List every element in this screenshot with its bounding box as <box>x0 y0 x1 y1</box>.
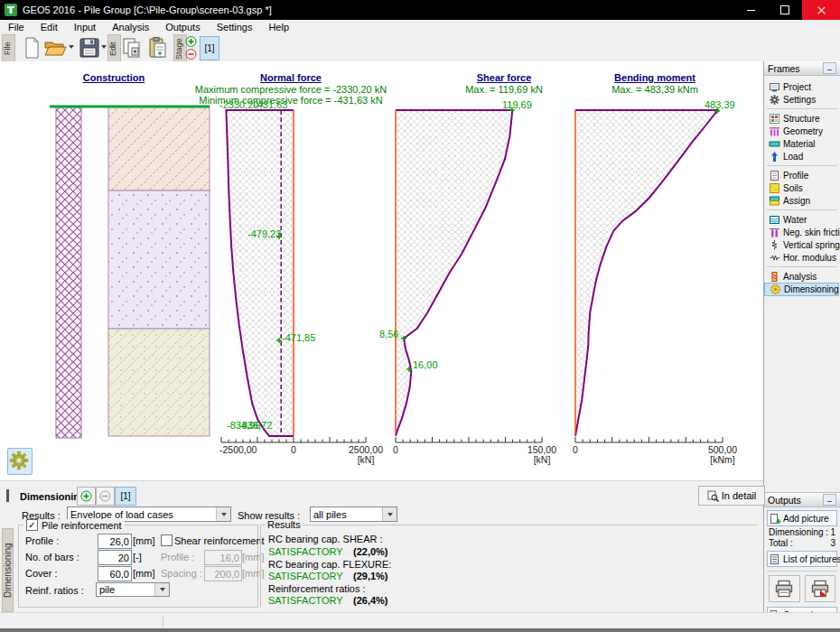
frames-panel-title: Frames <box>768 63 800 74</box>
open-file-icon[interactable] <box>43 36 67 60</box>
result-row-label: Reinforcement ratios : <box>268 583 366 594</box>
project-icon <box>769 81 780 93</box>
sidebar-item-assign[interactable]: Assign <box>764 194 840 207</box>
combo-arrow-icon[interactable] <box>216 507 230 521</box>
add-picture-button[interactable]: Add picture <box>767 510 837 526</box>
sidebar-item-label: Dimensioning <box>784 284 839 294</box>
result-status: SATISFACTORY <box>268 546 343 557</box>
result-row-label: RC bearing cap. FLEXURE: <box>268 559 391 570</box>
sidebar-item-label: Geometry <box>783 126 823 136</box>
neg-skin-friction-icon <box>769 227 780 238</box>
sidebar-item-profile[interactable]: Profile <box>764 169 840 181</box>
menu-input[interactable]: Input <box>66 21 104 33</box>
material-icon <box>769 138 780 150</box>
sidebar-item-hor-modulus[interactable]: Hor. modulus <box>764 251 840 264</box>
sidebar-item-load[interactable]: Load <box>764 150 840 163</box>
frames-separator <box>767 266 837 267</box>
panel-grip[interactable] <box>6 489 9 502</box>
bars-input[interactable] <box>98 550 132 565</box>
sidebar-item-vertical-springs[interactable]: Vertical springs <box>764 238 840 251</box>
pile-reinforcement-checkbox[interactable]: ✓ <box>26 519 38 531</box>
result-percent: (29,1%) <box>353 571 388 581</box>
dimensioning-number-button[interactable]: [1] <box>115 487 136 506</box>
structure-icon <box>769 113 780 125</box>
outputs-panel-title: Outputs <box>768 495 801 506</box>
hor-modulus-icon <box>769 252 780 264</box>
file-tab[interactable]: File <box>2 34 15 63</box>
remove-dimensioning-button[interactable] <box>96 487 115 506</box>
sidebar-item-water[interactable]: Water <box>764 213 840 226</box>
maximize-button[interactable] <box>768 0 802 20</box>
menu-settings[interactable]: Settings <box>209 21 261 33</box>
frames-minimize-button[interactable]: – <box>823 62 836 74</box>
sidebar-item-project[interactable]: Project <box>764 80 840 93</box>
combo-arrow-icon[interactable] <box>382 507 397 521</box>
application-window: GEO5 2016 - Pile Group [C:\Pile-Group\sc… <box>0 0 840 632</box>
print-button[interactable] <box>769 575 800 602</box>
show-results-combo[interactable]: all piles <box>310 507 397 522</box>
menu-analysis[interactable]: Analysis <box>104 21 157 33</box>
sidebar-item-label: Analysis <box>783 272 817 282</box>
copy-picture-icon[interactable] <box>121 36 145 60</box>
stage-remove-icon[interactable] <box>184 48 198 60</box>
sidebar-item-dimensioning[interactable]: Dimensioning <box>764 283 839 296</box>
sidebar-item-geometry[interactable]: Geometry <box>764 125 840 137</box>
window-title: GEO5 2016 - Pile Group [C:\Pile-Group\sc… <box>23 5 733 15</box>
shear-reinforcement-label: Shear reinforcement <box>174 535 265 546</box>
printer-icon <box>774 579 794 599</box>
sidebar-item-soils[interactable]: Soils <box>764 181 840 194</box>
frame-settings-button[interactable] <box>7 448 33 475</box>
menu-file[interactable]: File <box>0 21 33 33</box>
frames-panel-header: Frames – <box>764 61 840 76</box>
frames-separator <box>767 165 837 166</box>
dimensioning-tab[interactable]: Dimensioning <box>2 528 14 612</box>
shear-reinforcement-checkbox[interactable] <box>161 534 173 546</box>
save-dropdown-caret[interactable] <box>101 45 107 49</box>
list-of-pictures-button[interactable]: List of pictures <box>767 551 837 567</box>
stage-add-icon[interactable] <box>184 35 198 48</box>
combo-arrow-icon[interactable] <box>154 583 169 596</box>
chart-shear-force <box>396 107 542 442</box>
shear-profile-input <box>204 550 242 565</box>
in-detail-button[interactable]: In detail <box>698 486 765 506</box>
minimize-button[interactable] <box>733 0 768 20</box>
shear-force-fill <box>396 110 512 436</box>
sidebar-item-label: Assign <box>783 196 810 206</box>
frames-panel: Frames – ProjectSettingsStructureGeometr… <box>764 61 840 492</box>
sidebar-item-analysis[interactable]: Analysis <box>764 270 840 283</box>
result-row-label: RC bearing cap. SHEAR : <box>268 534 383 544</box>
sidebar-item-material[interactable]: Material <box>764 137 840 150</box>
edit-tab[interactable]: Edit <box>107 34 121 63</box>
menu-outputs[interactable]: Outputs <box>157 21 209 33</box>
printer-red-icon <box>810 579 830 599</box>
reinf-ratios-label: Reinf. ratios : <box>25 585 84 596</box>
title-bar: GEO5 2016 - Pile Group [C:\Pile-Group\sc… <box>0 0 840 20</box>
paste-picture-icon[interactable] <box>146 36 170 60</box>
profile-unit: [mm] <box>133 535 154 546</box>
sidebar-item-structure[interactable]: Structure <box>764 112 840 125</box>
stage-number-button[interactable]: [1] <box>200 36 219 60</box>
menu-help[interactable]: Help <box>260 21 297 33</box>
window-bottom-edge <box>0 628 840 632</box>
profile-input[interactable] <box>98 534 132 549</box>
soil-layer-3 <box>108 329 210 436</box>
reinf-ratios-combo[interactable]: pile <box>96 582 170 597</box>
menu-edit[interactable]: Edit <box>33 21 66 33</box>
sidebar-item-settings[interactable]: Settings <box>764 93 840 106</box>
load-icon <box>769 151 780 163</box>
bending-moment-fill <box>575 110 718 436</box>
result-percent: (26,4%) <box>353 595 388 606</box>
open-dropdown-caret[interactable] <box>69 45 74 49</box>
profile-icon <box>769 170 780 181</box>
print-pdf-button[interactable] <box>805 575 836 602</box>
new-file-icon[interactable] <box>20 36 43 60</box>
save-icon[interactable] <box>78 36 101 60</box>
cover-input[interactable] <box>98 566 132 581</box>
normal-force-fill <box>226 110 294 436</box>
sidebar-item-neg-skin-friction[interactable]: Neg. skin friction <box>764 226 840 238</box>
chart-bending-moment <box>575 108 723 442</box>
outputs-minimize-button[interactable]: – <box>823 494 836 506</box>
add-dimensioning-button[interactable] <box>77 487 96 506</box>
close-button[interactable] <box>802 0 840 20</box>
sidebar-item-label: Neg. skin friction <box>783 228 840 237</box>
